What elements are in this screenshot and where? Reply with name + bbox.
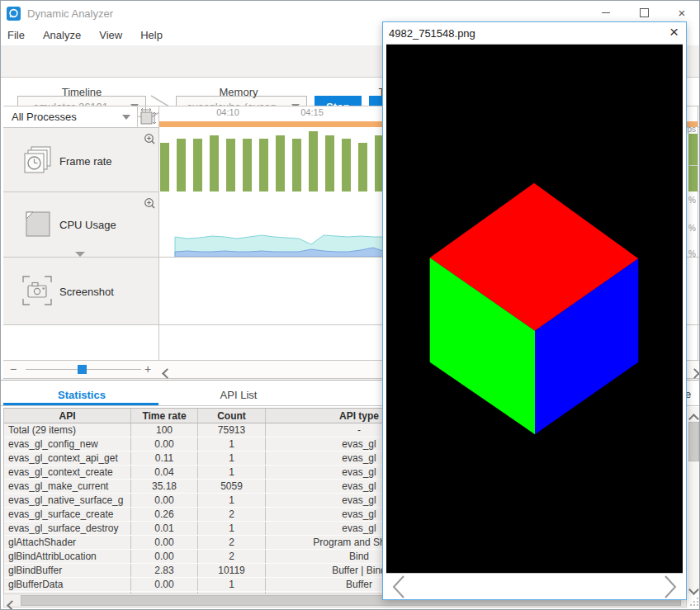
- framerate-bar: [259, 139, 268, 192]
- table-cell: evas_gl_make_current: [4, 480, 131, 493]
- table-cell: glBufferData: [4, 578, 131, 591]
- bottom-tab-api-list[interactable]: API List: [160, 382, 317, 405]
- framerate-bar: [210, 135, 219, 192]
- page-tab-memory[interactable]: Memory: [160, 86, 317, 98]
- table-hscroll-left-arrow[interactable]: [8, 598, 16, 610]
- table-cell: Total (29 items): [4, 423, 131, 437]
- table-cell: glBindAttribLocation: [4, 550, 131, 563]
- table-cell: evas_gl_surface_create: [4, 508, 131, 521]
- dialog-title-bar[interactable]: 4982_751548.png ×: [383, 22, 686, 43]
- process-filter-dropdown[interactable]: All Processes: [3, 106, 137, 127]
- table-cell: 10119: [198, 564, 266, 577]
- framerate-gridline: [689, 165, 698, 166]
- range-select-icon[interactable]: [140, 107, 158, 126]
- table-cell: 0.00: [131, 494, 198, 507]
- framerate-bar: [226, 139, 235, 192]
- framerate-bar: [358, 143, 367, 192]
- timeline-hscroll-left-arrow[interactable]: [163, 366, 171, 381]
- zoom-slider-thumb[interactable]: [78, 365, 87, 374]
- ruler-label: 04:15: [291, 107, 333, 117]
- table-cell: 0.00: [131, 536, 198, 549]
- table-vscroll-down-arrow[interactable]: [690, 582, 698, 597]
- table-cell: 1: [198, 522, 266, 535]
- table-cell: 2: [198, 550, 266, 563]
- table-cell: 0.04: [131, 466, 198, 479]
- framerate-bar: [276, 135, 285, 192]
- timeline-hscroll-right-arrow[interactable]: [691, 366, 698, 381]
- table-cell: glAttachShader: [4, 536, 131, 549]
- minimize-button[interactable]: [600, 7, 612, 18]
- frame-rate-icon: [23, 146, 53, 176]
- table-cell: 1: [198, 494, 266, 507]
- dialog-title: 4982_751548.png: [389, 27, 475, 40]
- menu-item-file[interactable]: File: [7, 29, 25, 41]
- resize-grip-icon[interactable]: [689, 597, 699, 607]
- table-cell: evas_gl_config_new: [4, 437, 131, 451]
- screenshot-label: Screenshot: [59, 286, 114, 298]
- maximize-button[interactable]: [638, 7, 650, 18]
- framerate-bar: [325, 135, 334, 192]
- table-cell: 1: [198, 578, 266, 591]
- table-vscrollbar[interactable]: [688, 407, 700, 593]
- table-cell: 2: [198, 508, 266, 521]
- table-cell: 2.83: [131, 564, 198, 577]
- cpu-usage-label: CPU Usage: [59, 219, 116, 231]
- ruler-label: 04:10: [206, 107, 249, 117]
- table-cell: evas_gl_context_create: [4, 466, 131, 479]
- table-cell: 0.00: [131, 437, 198, 451]
- table-cell: 1: [198, 437, 266, 451]
- screenshot-image: [386, 43, 683, 575]
- column-header-count[interactable]: Count: [198, 409, 266, 423]
- menu-bar: FileAnalyzeViewHelp: [7, 27, 181, 45]
- framerate-bar: [309, 131, 318, 192]
- zoom-in-icon[interactable]: [144, 133, 156, 145]
- cpu-row-label[interactable]: CPU Usage: [3, 192, 158, 257]
- zoom-in-label[interactable]: +: [144, 362, 151, 376]
- table-cell: 1: [198, 466, 266, 479]
- screenshot-dialog: 4982_751548.png ×: [382, 21, 687, 600]
- gl-cube-render: [386, 43, 683, 575]
- close-button[interactable]: ×: [676, 7, 688, 18]
- table-cell: evas_gl_context_api_get: [4, 452, 131, 465]
- zoom-out-label[interactable]: −: [10, 362, 17, 376]
- zoom-in-icon[interactable]: [144, 197, 156, 210]
- framerate-bar: [243, 139, 252, 192]
- framerate-bar: [688, 134, 698, 192]
- menu-item-analyze[interactable]: Analyze: [43, 29, 81, 41]
- screenshot-row-label[interactable]: Screenshot: [3, 258, 158, 324]
- framerate-bar: [342, 139, 351, 192]
- framerate-bar: [193, 139, 202, 192]
- menu-item-view[interactable]: View: [99, 29, 122, 41]
- process-filter-value: All Processes: [12, 111, 77, 123]
- column-header-api[interactable]: API: [4, 409, 131, 423]
- table-cell: 2: [198, 536, 266, 549]
- cpu-usage-icon: [24, 209, 52, 239]
- table-cell: 0.26: [131, 508, 198, 521]
- table-cell: 35.18: [131, 480, 198, 493]
- table-cell: 5059: [198, 480, 266, 493]
- framerate-bar: [292, 139, 301, 192]
- menu-item-help[interactable]: Help: [140, 29, 163, 41]
- prev-image-arrow[interactable]: [390, 575, 408, 599]
- window-title: Dynamic Analyzer: [27, 7, 113, 20]
- table-cell: glBindBuffer: [4, 564, 131, 577]
- table-cell: 0.00: [131, 550, 198, 563]
- table-cell: 0.01: [131, 522, 198, 535]
- column-header-time-rate[interactable]: Time rate: [131, 409, 198, 423]
- page-tab-timeline[interactable]: Timeline: [3, 86, 160, 98]
- table-cell: evas_gl_surface_destroy: [4, 522, 131, 535]
- table-cell: evas_gl_native_surface_g: [4, 494, 131, 507]
- next-image-arrow[interactable]: [661, 575, 679, 599]
- table-vscroll-thumb[interactable]: [688, 422, 699, 461]
- splitter-handle[interactable]: [75, 252, 85, 257]
- dialog-close-icon[interactable]: ×: [669, 23, 679, 41]
- framerate-row-label[interactable]: Frame rate: [3, 128, 158, 192]
- framerate-bar: [177, 139, 186, 192]
- framerate-label: Frame rate: [59, 155, 112, 168]
- table-cell: 0.11: [131, 452, 198, 465]
- chevron-down-icon: [122, 115, 130, 120]
- table-cell: 0.00: [131, 578, 198, 591]
- table-cell: 75913: [198, 423, 266, 437]
- bottom-tab-statistics[interactable]: Statistics: [3, 382, 160, 405]
- dynamic-analyzer-window: Dynamic Analyzer × FileAnalyzeViewHelp e…: [0, 0, 700, 610]
